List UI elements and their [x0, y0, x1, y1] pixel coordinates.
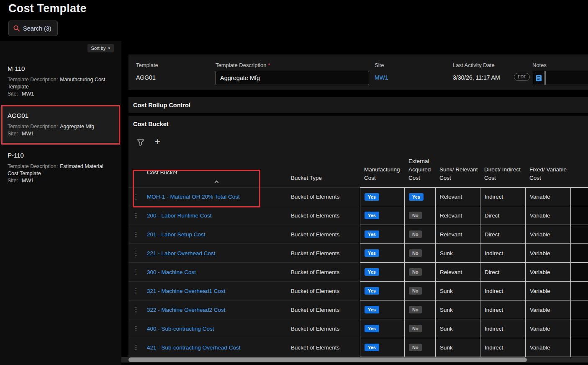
template-site-value: MW1 — [22, 91, 34, 97]
bucket-type-cell: Bucket of Elements — [288, 263, 360, 282]
kebab-icon: ⋮ — [133, 212, 139, 219]
header-direct-indirect-cost[interactable]: Direct/ Indirect Cost — [480, 166, 525, 187]
fixed-variable-cost-cell: Variable — [525, 282, 570, 300]
site-link[interactable]: MW1 — [375, 74, 388, 81]
fixed-variable-cost-cell: Variable — [525, 206, 570, 225]
direct-indirect-cost-cell: Direct — [480, 206, 525, 225]
template-site-label: Site: — [8, 178, 18, 184]
header-sunk-relevant-cost[interactable]: Sunk/ Relevant Cost — [435, 166, 480, 187]
cost-bucket-link[interactable]: 400 - Sub-contracting Cost — [147, 326, 214, 332]
row-menu-button[interactable]: ⋮ — [128, 300, 144, 319]
kebab-icon: ⋮ — [133, 268, 139, 276]
kebab-icon: ⋮ — [133, 249, 139, 257]
template-field-value: AGG01 — [136, 74, 156, 81]
filter-button[interactable] — [137, 139, 144, 146]
external-acquired-cost-cell: No — [404, 282, 435, 300]
fixed-variable-cost-cell: Variable — [525, 225, 570, 244]
cost-bucket-link[interactable]: 221 - Labor Overhead Cost — [147, 250, 216, 256]
manufacturing-cost-badge: Yes — [365, 230, 379, 238]
manufacturing-cost-badge: Yes — [365, 268, 379, 276]
sort-ascending-icon — [147, 178, 286, 182]
manufacturing-cost-cell: Yes — [360, 244, 404, 263]
template-description-label: Template Description: — [8, 163, 58, 169]
trailing-cell — [570, 225, 588, 244]
notes-input[interactable] — [545, 71, 588, 85]
fixed-variable-cost-cell: Variable — [525, 300, 570, 319]
bucket-type-cell: Bucket of Elements — [288, 300, 360, 319]
bucket-type-cell: Bucket of Elements — [288, 319, 360, 338]
trailing-cell — [570, 244, 588, 263]
external-acquired-cost-cell: No — [404, 263, 435, 282]
cost-bucket-section: Cost Bucket + Cost Bucket Bucket Type Ma… — [128, 116, 588, 357]
kebab-icon: ⋮ — [133, 344, 139, 351]
header-fixed-variable-cost[interactable]: Fixed/ Variable Cost — [525, 166, 570, 187]
external-acquired-cost-badge: No — [409, 249, 422, 257]
manufacturing-cost-cell: Yes — [360, 338, 404, 357]
template-list-item[interactable]: M-110 Template Description:Manufacturing… — [0, 60, 121, 103]
manufacturing-cost-cell: Yes — [360, 300, 404, 319]
manufacturing-cost-cell: Yes — [360, 263, 404, 282]
horizontal-scrollbar[interactable] — [121, 357, 588, 362]
search-button[interactable]: Search (3) — [8, 21, 58, 36]
row-menu-button[interactable]: ⋮ — [128, 282, 144, 300]
cost-bucket-link[interactable]: 322 - Machine Overhead2 Cost — [147, 307, 226, 313]
direct-indirect-cost-cell: Indirect — [480, 187, 525, 206]
trailing-cell — [570, 263, 588, 282]
last-activity-label: Last Activity Date — [453, 62, 495, 68]
template-form: Template AGG01 Template Description* Sit… — [128, 54, 588, 90]
external-acquired-cost-cell: No — [404, 338, 435, 357]
manufacturing-cost-cell: Yes — [360, 282, 404, 300]
row-menu-button[interactable]: ⋮ — [128, 338, 144, 357]
sunk-relevant-cost-cell: Sunk — [435, 300, 480, 319]
header-cost-bucket[interactable]: Cost Bucket — [144, 168, 288, 187]
row-menu-button[interactable]: ⋮ — [128, 263, 144, 282]
table-row: ⋮ 321 - Machine Overhead1 Cost Bucket of… — [128, 282, 588, 300]
cost-bucket-link[interactable]: 421 - Sub-contracting Overhead Cost — [147, 344, 241, 351]
description-input[interactable] — [216, 71, 369, 85]
fixed-variable-cost-cell: Variable — [525, 263, 570, 282]
trailing-cell — [570, 206, 588, 225]
external-acquired-cost-cell: No — [404, 244, 435, 263]
description-field-label: Template Description* — [216, 62, 270, 68]
notes-button[interactable] — [533, 71, 545, 85]
table-row: ⋮ MOH-1 - Material OH 20% Total Cost Buc… — [128, 187, 588, 206]
table-row: ⋮ 201 - Labor Setup Cost Bucket of Eleme… — [128, 225, 588, 244]
external-acquired-cost-badge: No — [409, 212, 422, 219]
sort-by-button[interactable]: Sort by ▾ — [87, 44, 114, 52]
plus-icon: + — [154, 136, 160, 147]
template-code: P-110 — [8, 152, 114, 159]
row-menu-button[interactable]: ⋮ — [128, 206, 144, 225]
site-field-label: Site — [375, 62, 384, 68]
cost-bucket-link[interactable]: 201 - Labor Setup Cost — [147, 231, 205, 238]
header-manufacturing-cost[interactable]: Manufacturing Cost — [360, 166, 404, 187]
external-acquired-cost-cell: No — [404, 319, 435, 338]
template-site: Site:MW1 — [8, 91, 114, 98]
main-content: Template AGG01 Template Description* Sit… — [121, 41, 588, 365]
row-menu-button[interactable]: ⋮ — [128, 225, 144, 244]
kebab-icon: ⋮ — [133, 193, 139, 201]
bucket-type-cell: Bucket of Elements — [288, 225, 360, 244]
required-marker: * — [268, 62, 270, 68]
chevron-down-icon: ▾ — [108, 46, 110, 50]
row-menu-button[interactable]: ⋮ — [128, 244, 144, 263]
cost-bucket-link[interactable]: 321 - Machine Overhead1 Cost — [147, 288, 226, 294]
template-description-label: Template Description: — [8, 77, 58, 83]
row-menu-button[interactable]: ⋮ — [128, 187, 144, 206]
header-external-acquired-cost[interactable]: External Acquired Cost — [404, 157, 435, 187]
template-site-value: MW1 — [22, 131, 34, 137]
template-site-label: Site: — [8, 91, 18, 97]
add-cost-bucket-button[interactable]: + — [154, 137, 160, 147]
bucket-type-cell: Bucket of Elements — [288, 338, 360, 357]
sunk-relevant-cost-cell: Sunk — [435, 319, 480, 338]
cost-bucket-link[interactable]: 200 - Labor Runtime Cost — [147, 212, 212, 219]
row-menu-button[interactable]: ⋮ — [128, 319, 144, 338]
direct-indirect-cost-cell: Indirect — [480, 319, 525, 338]
bucket-type-cell: Bucket of Elements — [288, 244, 360, 263]
cost-bucket-link[interactable]: MOH-1 - Material OH 20% Total Cost — [147, 194, 240, 200]
horizontal-scrollbar-thumb[interactable] — [128, 357, 527, 362]
bucket-type-cell: Bucket of Elements — [288, 282, 360, 300]
header-bucket-type[interactable]: Bucket Type — [288, 174, 360, 187]
template-list-item[interactable]: AGG01 Template Description:Aggregate Mfg… — [0, 107, 121, 142]
cost-bucket-link[interactable]: 300 - Machine Cost — [147, 269, 196, 275]
template-list-item[interactable]: P-110 Template Description:Estimated Mat… — [0, 147, 121, 189]
